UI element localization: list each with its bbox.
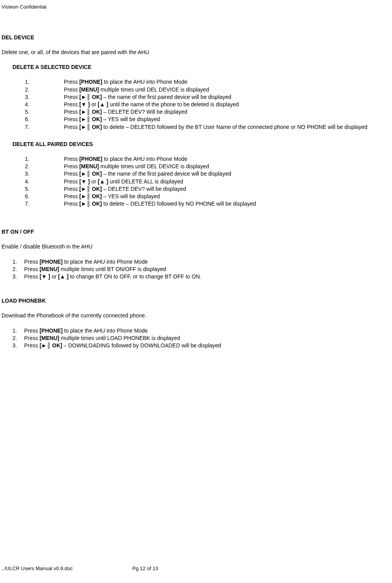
step-text-part: Press xyxy=(24,342,40,349)
step-text: Press [MENU] multiple times until BT ON/… xyxy=(24,266,392,273)
step-text: Press [►║ OK] – DELETE DEV? will be disp… xyxy=(64,185,392,192)
step-text-part: Press xyxy=(24,259,40,265)
step-text-part: to delete – DELETED followed by the BT U… xyxy=(102,124,367,130)
step-bold: [►║ OK] xyxy=(79,201,102,207)
step-text-part: Press xyxy=(64,178,79,185)
footer-page-number: Pg 12 of 13 xyxy=(132,565,158,572)
step-bold: [▼ ] xyxy=(40,273,50,280)
step-text-part: – DELETE DEV? Will be displayed xyxy=(102,109,187,115)
step-number: 3. xyxy=(12,342,24,349)
step-number: 5. xyxy=(25,185,64,192)
step-text-part: until the name of the phone to be delete… xyxy=(108,101,239,107)
step-bold: [PHONE] xyxy=(79,156,102,162)
step-item: 7.Press [►║ OK] to delete – DELETED foll… xyxy=(25,200,392,207)
step-item: 3.Press [►║ OK] – the name of the first … xyxy=(25,93,392,100)
step-number: 2. xyxy=(12,335,24,342)
step-bold: [▲ ] xyxy=(58,273,69,280)
step-text: Press [PHONE] to place the AHU into Phon… xyxy=(24,258,392,265)
step-text-part: Press xyxy=(64,86,79,93)
step-bold: [►║ OK] xyxy=(79,171,102,177)
section-bt-onoff: BT ON / OFF Enable / disable Bluetooth i… xyxy=(2,228,392,280)
step-number: 1. xyxy=(12,327,24,334)
step-text-part: Press xyxy=(64,116,79,122)
step-text: Press [►║ OK] – YES will be displayed xyxy=(64,193,392,200)
step-number: 2. xyxy=(25,86,64,93)
step-text: Press [▼ ] or [▲ ] to change BT ON to OF… xyxy=(24,273,392,280)
subsection-delete-all: DELETE ALL PAIRED DEVICES 1.Press [PHONE… xyxy=(2,141,392,208)
step-item: 2.Press [MENU] multiple times until BT O… xyxy=(12,266,392,273)
section-del-device: DEL DEVICE Delete one, or all, of the de… xyxy=(2,34,392,207)
step-number: 3. xyxy=(25,93,64,100)
step-bold: [MENU] xyxy=(79,163,99,169)
step-bold: [►║ OK] xyxy=(79,109,102,115)
step-text-part: Press xyxy=(64,171,79,177)
step-number: 4. xyxy=(25,178,64,185)
step-bold: [▲ ] xyxy=(98,101,108,107)
step-list: 1.Press [PHONE] to place the AHU into Ph… xyxy=(2,327,392,349)
step-text-part: – YES will be displayed xyxy=(102,116,160,122)
step-bold: [►║ OK] xyxy=(79,124,102,130)
step-number: 4. xyxy=(25,101,64,108)
step-bold: [►║ OK] xyxy=(79,94,102,100)
step-text: Press [►║ OK] – the name of the first pa… xyxy=(64,170,392,177)
step-text-part: Press xyxy=(64,124,79,130)
step-bold: [►║ OK] xyxy=(79,116,102,122)
step-item: 4.Press [▼ ] or [▲ ] until the name of t… xyxy=(25,101,392,108)
step-bold: [PHONE] xyxy=(40,328,63,334)
step-number: 7. xyxy=(25,123,64,130)
step-item: 1.Press [PHONE] to place the AHU into Ph… xyxy=(12,327,392,334)
section-title: BT ON / OFF xyxy=(2,228,392,235)
step-text-part: – YES will be displayed xyxy=(102,193,160,199)
step-text-part: Press xyxy=(24,335,40,341)
step-number: 3. xyxy=(25,170,64,177)
step-item: 2.Press [MENU] multiple times until DEL … xyxy=(25,86,392,93)
step-item: 6.Press [►║ OK] – YES will be displayed xyxy=(25,193,392,200)
subsection-title: DELETE ALL PAIRED DEVICES xyxy=(12,141,392,148)
step-number: 1. xyxy=(25,155,64,162)
step-text-part: to place the AHU into Phone Mode xyxy=(102,156,188,162)
step-text-part: – the name of the first paired device wi… xyxy=(102,94,231,100)
step-text: Press [MENU] multiple times until DEL DE… xyxy=(64,163,392,170)
step-bold: [PHONE] xyxy=(40,259,63,265)
step-item: 1.Press [PHONE] to place the AHU into Ph… xyxy=(12,258,392,265)
step-text-part: or xyxy=(50,273,58,280)
step-text: Press [►║ OK] – DELETE DEV? Will be disp… xyxy=(64,108,392,115)
step-text: Press [MENU] multiple times until LOAD P… xyxy=(24,335,392,342)
step-item: 4.Press [▼ ] or [▲ ] until DELETE ALL is… xyxy=(25,178,392,185)
step-text: Press [►║ OK] – the name of the first pa… xyxy=(64,93,392,100)
step-text-part: multiple times until DEL DEVICE is displ… xyxy=(99,86,209,93)
step-text: Press [►║ OK] – DOWNLOADING followed by … xyxy=(24,342,392,349)
step-bold: [MENU] xyxy=(40,335,60,341)
step-text-part: to place the AHU into Phone Mode xyxy=(63,328,148,334)
step-text: Press [PHONE] to place the AHU into Phon… xyxy=(64,155,392,162)
subsection-title: DELETE A SELECTED DEVICE xyxy=(12,63,392,70)
step-text-part: or xyxy=(90,101,98,107)
step-bold: [MENU] xyxy=(40,266,60,272)
step-number: 1. xyxy=(12,258,24,265)
section-load-phonebk: LOAD PHONEBK Download the Phonebook of t… xyxy=(2,297,392,349)
step-number: 3. xyxy=(12,273,24,280)
step-text-part: Press xyxy=(24,328,40,334)
step-bold: [▼ ] xyxy=(79,101,90,107)
step-text-part: to place the AHU into Phone Mode xyxy=(63,259,148,265)
step-text-part: multiple times until LOAD PHONEBK is dis… xyxy=(59,335,180,341)
step-bold: [▼ ] xyxy=(79,178,90,185)
step-text-part: Press xyxy=(64,79,79,85)
step-text-part: multiple times until DEL DEVICE is displ… xyxy=(99,163,209,169)
step-text-part: Press xyxy=(64,101,79,107)
step-bold: [MENU] xyxy=(79,86,99,93)
step-text: Press [PHONE] to place the AHU into Phon… xyxy=(64,78,392,85)
step-bold: [▲ ] xyxy=(98,178,108,185)
step-item: 6.Press [►║ OK] – YES will be displayed xyxy=(25,116,392,123)
step-text-part: until DELETE ALL is displayed xyxy=(108,178,183,185)
step-text: Press [MENU] multiple times until DEL DE… xyxy=(64,86,392,93)
step-bold: [PHONE] xyxy=(79,79,102,85)
step-text-part: – DOWNLOADING followed by DOWNLOADED wil… xyxy=(62,342,221,349)
step-number: 2. xyxy=(12,266,24,273)
step-number: 1. xyxy=(25,78,64,85)
confidential-header: Visteon Confidential xyxy=(2,4,392,11)
step-bold: [►║ OK] xyxy=(79,193,102,199)
step-text-part: Press xyxy=(64,109,79,115)
step-text-part: Press xyxy=(64,186,79,192)
step-number: 5. xyxy=(25,108,64,115)
